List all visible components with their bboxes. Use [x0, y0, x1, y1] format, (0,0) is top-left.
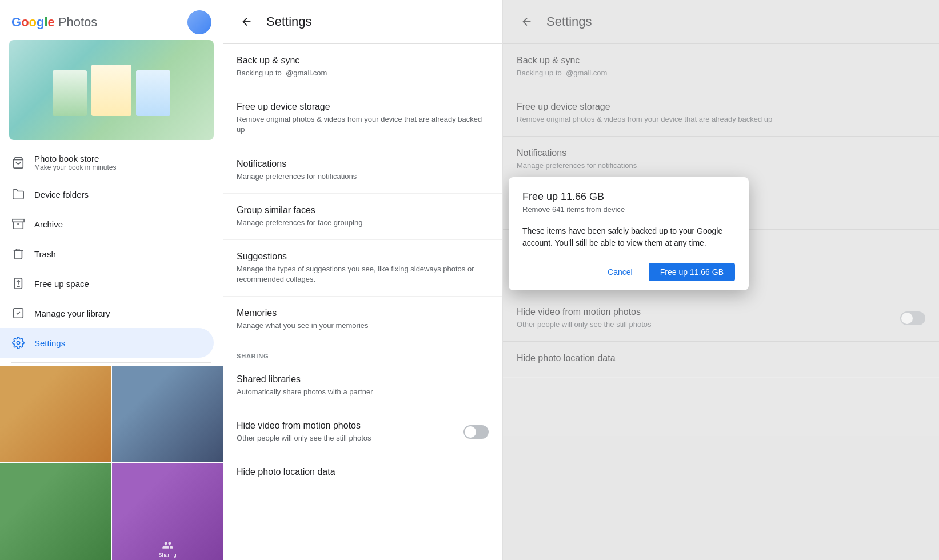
sidebar-item-device-folders[interactable]: Device folders: [0, 179, 214, 209]
modal-subtitle: Remove 641 items from device: [522, 205, 735, 214]
hide-photo-location-title: Hide photo location data: [237, 467, 489, 477]
group-faces-title: Group similar faces: [237, 205, 489, 215]
modal-cancel-button[interactable]: Cancel: [598, 263, 642, 281]
right-panel: Settings Back up & sync Backing up to @g…: [503, 0, 939, 560]
photo-strip: Sharing: [0, 366, 223, 560]
hide-video-motion-title: Hide video from motion photos: [237, 421, 371, 431]
backup-sync-title: Back up & sync: [237, 55, 489, 66]
photo-book-store-label: Photo book store: [34, 154, 116, 163]
sidebar-item-photo-book-store[interactable]: Photo book store Make your book in minut…: [0, 146, 214, 179]
photo-thumb-purple: Sharing: [112, 463, 223, 560]
trash-label: Trash: [34, 249, 56, 259]
book-thumb-1: [53, 70, 87, 116]
app-name-label: Photos: [58, 15, 98, 30]
sharing-text: Sharing: [158, 552, 176, 558]
back-button[interactable]: [237, 11, 257, 32]
modal-actions: Cancel Free up 11.66 GB: [522, 263, 735, 281]
settings-label: Settings: [34, 338, 65, 348]
settings-item-hide-photo-location[interactable]: Hide photo location data: [223, 455, 502, 491]
app-logo: Google Photos: [11, 15, 97, 30]
photo-book-store-sublabel: Make your book in minutes: [34, 163, 116, 171]
suggestions-title: Suggestions: [237, 251, 489, 262]
book-thumb-3: [136, 70, 170, 116]
settings-list: Back up & sync Backing up to @gmail.com …: [223, 44, 502, 560]
manage-library-label: Manage your library: [34, 309, 110, 318]
gear-icon: [11, 336, 25, 350]
cart-icon: [11, 156, 25, 170]
settings-item-suggestions[interactable]: Suggestions Manage the types of suggesti…: [223, 240, 502, 297]
trash-icon: [11, 247, 25, 261]
folder-icon: [11, 187, 25, 201]
archive-label: Archive: [34, 219, 63, 229]
shared-libraries-desc: Automatically share photos with a partne…: [237, 387, 489, 397]
sidebar: Google Photos Phot: [0, 0, 223, 560]
free-up-modal: Free up 11.66 GB Remove 641 items from d…: [509, 177, 749, 290]
notifications-title: Notifications: [237, 159, 489, 169]
sidebar-item-archive[interactable]: Archive: [0, 209, 214, 239]
photo-thumb-people: [112, 366, 223, 462]
hide-video-motion-desc: Other people will only see the still pho…: [237, 433, 371, 443]
free-up-space-label: Free up space: [34, 279, 89, 289]
settings-item-backup-sync[interactable]: Back up & sync Backing up to @gmail.com: [223, 44, 502, 90]
settings-item-shared-libraries[interactable]: Shared libraries Automatically share pho…: [223, 363, 502, 409]
archive-icon: [11, 217, 25, 231]
memories-title: Memories: [237, 308, 489, 318]
notifications-desc: Manage preferences for notifications: [237, 171, 489, 182]
free-up-storage-desc: Remove original photos & videos from you…: [237, 114, 489, 135]
sidebar-header: Google Photos: [0, 0, 223, 40]
photo-thumb-green: [0, 463, 111, 560]
svg-rect-1: [13, 219, 24, 222]
settings-item-notifications[interactable]: Notifications Manage preferences for not…: [223, 147, 502, 194]
middle-panel: Settings Back up & sync Backing up to @g…: [223, 0, 503, 560]
hide-video-motion-toggle[interactable]: [463, 425, 489, 439]
sidebar-nav: Photo book store Make your book in minut…: [0, 146, 223, 366]
device-folders-label: Device folders: [34, 190, 89, 199]
group-faces-desc: Manage preferences for face grouping: [237, 218, 489, 228]
checkmark-icon: [11, 306, 25, 320]
settings-item-free-up-storage[interactable]: Free up device storage Remove original p…: [223, 90, 502, 147]
nav-divider: [11, 362, 211, 363]
avatar[interactable]: [187, 10, 211, 34]
shared-libraries-title: Shared libraries: [237, 374, 489, 385]
modal-title: Free up 11.66 GB: [522, 191, 735, 203]
suggestions-desc: Manage the types of suggestions you see,…: [237, 264, 489, 285]
svg-point-9: [17, 341, 20, 345]
promo-banner[interactable]: [9, 40, 214, 140]
settings-item-group-faces[interactable]: Group similar faces Manage preferences f…: [223, 194, 502, 240]
settings-item-hide-video-motion[interactable]: Hide video from motion photos Other peop…: [223, 409, 502, 455]
sidebar-item-trash[interactable]: Trash: [0, 239, 214, 269]
sharing-section-header: SHARING: [223, 343, 502, 363]
backup-sync-desc: Backing up to @gmail.com: [237, 68, 489, 78]
modal-overlay: Free up 11.66 GB Remove 641 items from d…: [503, 0, 939, 560]
google-logo: Google: [11, 15, 55, 30]
photo-thumb-dog: [0, 366, 111, 462]
book-thumb-2: [91, 65, 131, 116]
sidebar-item-free-up-space[interactable]: Free up space: [0, 269, 214, 298]
memories-desc: Manage what you see in your memories: [237, 321, 489, 331]
sidebar-item-manage-library[interactable]: Manage your library: [0, 298, 214, 328]
modal-body: These items have been safely backed up t…: [522, 225, 735, 249]
panel-title: Settings: [266, 14, 312, 29]
middle-panel-header: Settings: [223, 0, 502, 44]
phone-clean-icon: [11, 277, 25, 290]
sidebar-item-settings[interactable]: Settings: [0, 328, 214, 358]
modal-confirm-button[interactable]: Free up 11.66 GB: [649, 263, 735, 281]
settings-item-memories[interactable]: Memories Manage what you see in your mem…: [223, 297, 502, 343]
free-up-storage-title: Free up device storage: [237, 102, 489, 112]
